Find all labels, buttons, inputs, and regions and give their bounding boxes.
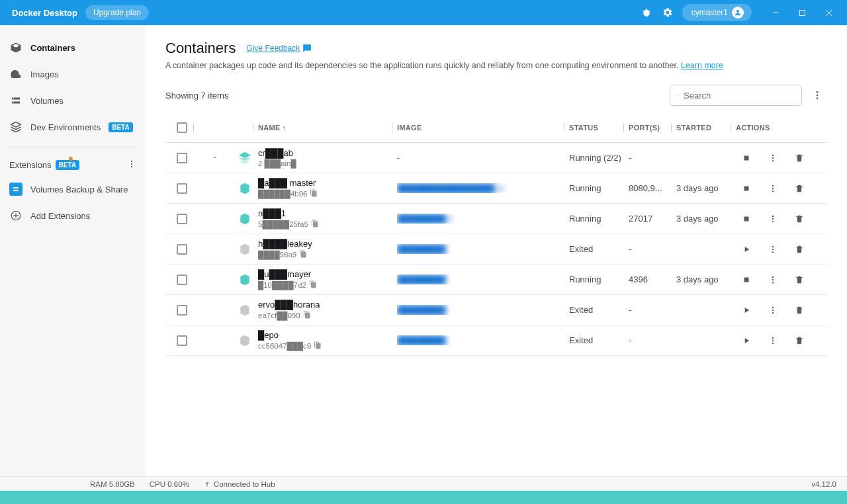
col-started[interactable]: STARTED: [676, 124, 711, 132]
stop-button[interactable]: [736, 208, 757, 230]
user-menu[interactable]: cymaster1: [682, 4, 752, 21]
row-more-button[interactable]: [762, 239, 783, 260]
table-row[interactable]: █epo cc56047███c9 ████████ Exited -: [165, 325, 827, 356]
select-all-checkbox[interactable]: [177, 122, 187, 133]
row-checkbox[interactable]: [177, 153, 187, 163]
bug-icon[interactable]: [640, 6, 653, 19]
search-input[interactable]: [670, 85, 802, 106]
ports-text[interactable]: 4396: [629, 274, 676, 284]
delete-button[interactable]: [789, 330, 810, 351]
col-image[interactable]: IMAGE: [397, 124, 422, 132]
upgrade-button[interactable]: Upgrade plan: [85, 5, 149, 20]
sidebar-item-volumes[interactable]: Volumes: [0, 87, 146, 114]
sidebar-item-label: Containers: [30, 43, 75, 53]
copy-icon[interactable]: [309, 280, 317, 290]
delete-button[interactable]: [789, 208, 810, 230]
minimize-button[interactable]: [762, 0, 789, 25]
delete-button[interactable]: [789, 239, 810, 260]
container-name[interactable]: n███1: [258, 208, 397, 218]
delete-button[interactable]: [789, 269, 810, 290]
chevron-down-icon[interactable]: [212, 153, 218, 163]
list-more-button[interactable]: [807, 85, 827, 105]
row-checkbox[interactable]: [177, 183, 187, 194]
sidebar-item-containers[interactable]: Containers: [0, 34, 146, 61]
container-name[interactable]: h████leakey: [258, 239, 397, 249]
image-name[interactable]: ████████: [397, 305, 569, 315]
learn-more-link[interactable]: Learn more: [681, 61, 723, 70]
more-icon[interactable]: [127, 159, 136, 171]
stop-button[interactable]: [736, 147, 757, 169]
copy-icon[interactable]: [299, 250, 307, 259]
cpu-status: CPU 0.60%: [150, 480, 189, 488]
ports-text[interactable]: -: [629, 335, 676, 345]
sidebar-item-label: Images: [30, 69, 59, 79]
svg-point-28: [772, 248, 774, 249]
search-field[interactable]: [684, 91, 795, 101]
container-name[interactable]: █u███mayer: [258, 269, 397, 279]
ports-text[interactable]: -: [629, 153, 676, 163]
row-more-button[interactable]: [762, 208, 783, 230]
ports-text[interactable]: 8080,9...: [629, 183, 676, 193]
col-ports[interactable]: PORT(S): [629, 124, 660, 132]
close-button[interactable]: [815, 0, 842, 25]
image-name[interactable]: ████████: [397, 335, 569, 345]
container-name[interactable]: cr███ab: [258, 148, 397, 158]
page-title: Containers: [165, 40, 236, 57]
row-checkbox[interactable]: [177, 244, 187, 255]
image-name[interactable]: ████████: [397, 274, 569, 284]
sidebar-item-devenv[interactable]: Dev Environments BETA: [0, 114, 146, 140]
row-more-button[interactable]: [762, 300, 783, 321]
play-button[interactable]: [736, 239, 757, 260]
divider: [9, 147, 136, 147]
copy-icon[interactable]: [310, 189, 318, 198]
table-row[interactable]: h████leakey ████98a9 ████████ Exited -: [165, 234, 827, 265]
container-name[interactable]: █epo: [258, 330, 397, 340]
ports-text[interactable]: -: [629, 244, 676, 254]
table-row[interactable]: cr███ab 2 ███ain█ - Running (2/2) -: [165, 143, 827, 173]
status-bar: RAM 5.80GB CPU 0.60% Connected to Hub v4…: [0, 476, 847, 491]
row-more-button[interactable]: [762, 269, 783, 290]
svg-rect-1: [799, 10, 805, 15]
sidebar-item-volbackup[interactable]: Volumes Backup & Share: [0, 176, 146, 202]
table-row[interactable]: ervo███horana ea7cf██090 ████████ Exited…: [165, 295, 827, 325]
ram-status: RAM 5.80GB: [90, 480, 135, 488]
row-more-button[interactable]: [762, 330, 783, 351]
sidebar-item-images[interactable]: Images: [0, 61, 146, 87]
row-more-button[interactable]: [762, 147, 783, 169]
delete-button[interactable]: [789, 300, 810, 321]
container-name[interactable]: █a███ master: [258, 178, 397, 188]
stop-button[interactable]: [736, 269, 757, 290]
table-row[interactable]: █a███ master ██████4b96 ████████████████…: [165, 173, 827, 204]
image-name[interactable]: ████████: [397, 244, 569, 254]
feedback-link[interactable]: Give Feedback: [246, 44, 312, 53]
container-name[interactable]: ervo███horana: [258, 300, 397, 310]
row-more-button[interactable]: [762, 178, 783, 199]
play-button[interactable]: [736, 330, 757, 351]
delete-button[interactable]: [789, 178, 810, 199]
sidebar-item-addext[interactable]: Add Extensions: [0, 202, 146, 229]
svg-point-25: [772, 218, 774, 219]
table-row[interactable]: █u███mayer █10████7d2 ████████ Running 4…: [165, 265, 827, 295]
row-checkbox[interactable]: [177, 274, 187, 285]
copy-icon[interactable]: [311, 220, 319, 229]
status-text: Running: [569, 274, 629, 284]
maximize-button[interactable]: [789, 0, 815, 25]
ports-text[interactable]: -: [629, 305, 676, 315]
play-button[interactable]: [736, 300, 757, 321]
delete-button[interactable]: [789, 147, 810, 169]
col-name[interactable]: NAME: [258, 124, 281, 132]
image-name[interactable]: ████████████████:st: [397, 183, 569, 193]
image-name[interactable]: ████████:2: [397, 214, 569, 224]
gear-icon[interactable]: [661, 6, 674, 19]
stop-button[interactable]: [736, 178, 757, 199]
row-checkbox[interactable]: [177, 214, 187, 224]
ports-text[interactable]: 27017: [629, 214, 676, 224]
status-text: Running: [569, 183, 629, 193]
row-checkbox[interactable]: [177, 305, 187, 315]
copy-icon[interactable]: [314, 341, 322, 351]
copy-icon[interactable]: [303, 311, 311, 320]
image-name[interactable]: -: [397, 153, 569, 163]
table-row[interactable]: n███1 5█████25fa5 ████████:2 Running 270…: [165, 204, 827, 234]
row-checkbox[interactable]: [177, 335, 187, 346]
col-status[interactable]: STATUS: [569, 124, 598, 132]
